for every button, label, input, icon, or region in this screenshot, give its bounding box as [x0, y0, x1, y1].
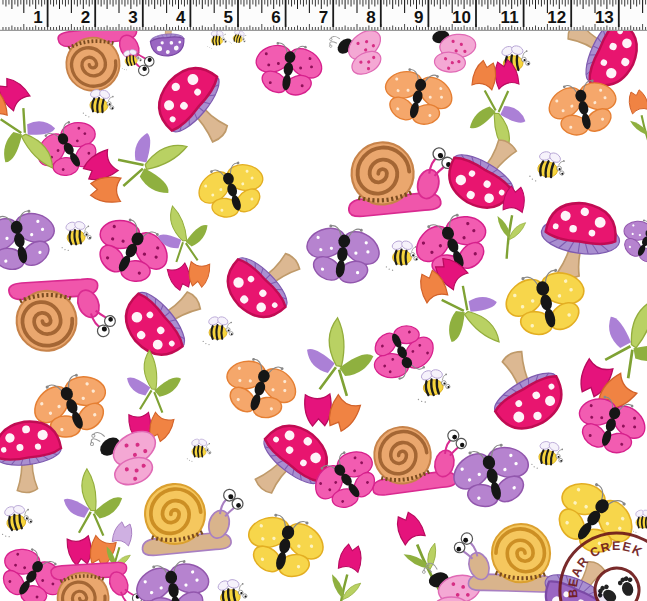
svg-text:3: 3	[128, 8, 137, 27]
bee-motif	[184, 437, 214, 464]
svg-text:2: 2	[81, 8, 90, 27]
bee-motif	[524, 146, 572, 190]
svg-text:10: 10	[452, 8, 471, 27]
fabric-swatch-photo: 12345678910111213 BEAR CREEK QUILTING CO…	[0, 0, 647, 601]
svg-text:12: 12	[547, 8, 566, 27]
watermark-stamp: BEAR CREEK QUILTING COMPANY	[545, 518, 647, 601]
butterfly-purple-motif	[293, 213, 391, 301]
svg-text:11: 11	[501, 8, 519, 27]
snail-orange-motif	[0, 270, 114, 362]
svg-text:8: 8	[366, 8, 375, 27]
svg-text:1: 1	[33, 8, 42, 27]
svg-text:4: 4	[176, 8, 186, 27]
bee-motif	[527, 437, 569, 476]
svg-text:5: 5	[224, 8, 233, 27]
bee-motif	[410, 365, 457, 408]
svg-text:13: 13	[595, 8, 614, 27]
ruler: 12345678910111213	[0, 0, 647, 35]
svg-text:7: 7	[319, 8, 328, 27]
butterfly-orange-motif	[537, 67, 632, 154]
butterfly-pink-motif	[244, 32, 333, 112]
snail-yellow-motif	[129, 471, 243, 561]
svg-text:6: 6	[271, 8, 280, 27]
svg-text:9: 9	[414, 8, 423, 27]
